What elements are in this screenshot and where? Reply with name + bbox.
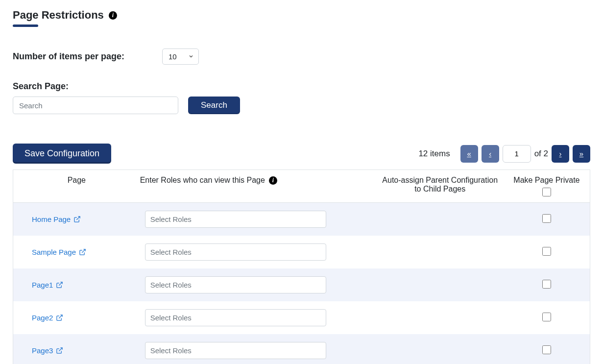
search-button[interactable]: Search <box>188 97 240 114</box>
external-link-icon <box>56 314 63 321</box>
svg-line-4 <box>59 348 63 351</box>
page-name: Home Page <box>32 215 71 223</box>
th-make-private-label: Make Page Private <box>508 176 585 185</box>
table-row: Page3 <box>13 334 590 364</box>
pager-of-text: of 2 <box>534 149 548 159</box>
svg-line-2 <box>59 282 63 286</box>
page-name: Page1 <box>32 281 53 289</box>
roles-input[interactable] <box>145 342 326 359</box>
page-link[interactable]: Page1 <box>18 281 63 289</box>
page-name: Page3 <box>32 346 53 355</box>
pager-last-button[interactable]: » <box>573 145 590 163</box>
make-private-checkbox[interactable] <box>542 345 551 354</box>
svg-line-3 <box>59 315 63 318</box>
pagination: 12 items « ‹ of 2 › » <box>418 145 590 163</box>
table-row: Sample Page <box>13 236 590 268</box>
title-underline <box>13 24 38 27</box>
svg-line-1 <box>82 249 85 253</box>
pager-next-button[interactable]: › <box>552 145 569 163</box>
table-row: Home Page <box>13 203 590 236</box>
make-private-checkbox[interactable] <box>542 247 551 256</box>
make-private-checkbox[interactable] <box>542 214 551 223</box>
pager-prev-button[interactable]: ‹ <box>482 145 499 163</box>
make-private-all-checkbox[interactable] <box>542 188 551 196</box>
external-link-icon <box>56 281 63 289</box>
page-link[interactable]: Home Page <box>18 215 81 223</box>
restrictions-table: Page Enter Roles who can view this Page … <box>13 170 590 364</box>
svg-line-0 <box>76 217 80 220</box>
th-make-private: Make Page Private <box>504 170 590 203</box>
search-label: Search Page: <box>13 81 590 92</box>
roles-input[interactable] <box>145 276 326 293</box>
per-page-select[interactable]: 10 <box>162 49 199 65</box>
th-roles-label: Enter Roles who can view this Page <box>140 176 265 185</box>
pager-first-button[interactable]: « <box>460 145 478 163</box>
roles-input[interactable] <box>145 309 326 326</box>
page-name: Sample Page <box>32 248 76 256</box>
roles-input[interactable] <box>145 243 326 261</box>
info-icon[interactable]: i <box>269 176 277 185</box>
th-page: Page <box>13 170 140 203</box>
make-private-checkbox[interactable] <box>542 313 551 321</box>
page-title: Page Restrictions <box>13 9 104 22</box>
th-roles: Enter Roles who can view this Page i <box>140 170 377 203</box>
page-name: Page2 <box>32 314 53 322</box>
search-input[interactable] <box>13 97 178 114</box>
page-link[interactable]: Page2 <box>18 314 63 322</box>
info-icon[interactable]: i <box>109 11 117 20</box>
save-configuration-button[interactable]: Save Configuration <box>13 144 111 164</box>
th-auto-assign: Auto-assign Parent Configuration to Chil… <box>377 170 504 203</box>
pager-current-input[interactable] <box>503 145 531 163</box>
per-page-label: Number of items per page: <box>13 51 162 62</box>
roles-input[interactable] <box>145 211 326 228</box>
table-row: Page2 <box>13 301 590 334</box>
external-link-icon <box>73 216 81 223</box>
page-link[interactable]: Sample Page <box>18 248 86 256</box>
external-link-icon <box>56 347 63 354</box>
items-count: 12 items <box>418 149 450 159</box>
make-private-checkbox[interactable] <box>542 280 551 289</box>
page-link[interactable]: Page3 <box>18 346 63 355</box>
table-row: Page1 <box>13 268 590 301</box>
external-link-icon <box>79 248 86 256</box>
